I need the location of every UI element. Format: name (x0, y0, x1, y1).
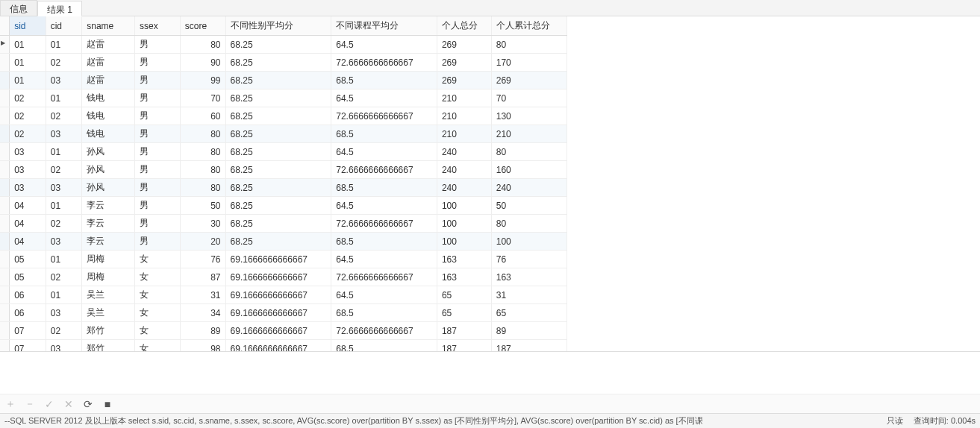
cell-a4[interactable]: 76 (491, 251, 567, 268)
cell-a4[interactable]: 160 (491, 161, 567, 179)
cell-a4[interactable]: 89 (491, 322, 567, 340)
cell-cid[interactable]: 01 (46, 89, 82, 107)
cell-sid[interactable]: 03 (10, 179, 46, 197)
cell-sid[interactable]: 05 (10, 268, 46, 286)
cell-a3[interactable]: 210 (437, 89, 491, 107)
table-row[interactable]: 0601吴兰女3169.166666666666764.56531 (0, 286, 567, 304)
cell-a4[interactable]: 31 (491, 286, 567, 304)
cell-a1[interactable]: 68.25 (225, 233, 331, 251)
cell-score[interactable]: 80 (180, 143, 225, 161)
cell-sname[interactable]: 钱电 (82, 89, 135, 107)
cell-sid[interactable]: 02 (10, 89, 46, 107)
cell-sname[interactable]: 吴兰 (82, 286, 135, 304)
cell-score[interactable]: 31 (180, 286, 225, 304)
cell-ssex[interactable]: 女 (135, 286, 181, 304)
cell-a2[interactable]: 68.5 (331, 233, 437, 251)
cell-sid[interactable]: 06 (10, 304, 46, 322)
cell-a1[interactable]: 68.25 (225, 72, 331, 89)
cell-score[interactable]: 89 (180, 322, 225, 340)
cell-a1[interactable]: 68.25 (225, 107, 331, 125)
cell-cid[interactable]: 03 (46, 125, 82, 143)
table-row[interactable]: 0203钱电男8068.2568.5210210 (0, 125, 567, 143)
cell-a1[interactable]: 69.1666666666667 (225, 304, 331, 322)
cell-a2[interactable]: 72.6666666666667 (331, 268, 437, 286)
cell-sname[interactable]: 赵雷 (82, 36, 135, 54)
cell-sname[interactable]: 赵雷 (82, 54, 135, 72)
tab-info[interactable]: 信息 (0, 0, 37, 16)
cell-cid[interactable]: 01 (46, 251, 82, 268)
table-row[interactable]: 0302孙风男8068.2572.6666666666667240160 (0, 161, 567, 179)
cell-cid[interactable]: 02 (46, 268, 82, 286)
cell-score[interactable]: 80 (180, 179, 225, 197)
cell-sid[interactable]: 01 (10, 72, 46, 89)
cell-a2[interactable]: 68.5 (331, 304, 437, 322)
table-row[interactable]: 0501周梅女7669.166666666666764.516376 (0, 251, 567, 268)
cell-ssex[interactable]: 男 (135, 215, 181, 233)
cell-a1[interactable]: 68.25 (225, 54, 331, 72)
cell-score[interactable]: 87 (180, 268, 225, 286)
cell-score[interactable]: 80 (180, 125, 225, 143)
cell-a3[interactable]: 100 (437, 197, 491, 215)
table-row[interactable]: 0303孙风男8068.2568.5240240 (0, 179, 567, 197)
cell-a2[interactable]: 72.6666666666667 (331, 161, 437, 179)
cell-sname[interactable]: 孙风 (82, 179, 135, 197)
table-row[interactable]: 0301孙风男8068.2564.524080 (0, 143, 567, 161)
add-row-icon[interactable]: ＋ (4, 397, 16, 411)
cell-sname[interactable]: 李云 (82, 215, 135, 233)
cell-ssex[interactable]: 男 (135, 54, 181, 72)
cell-a3[interactable]: 163 (437, 251, 491, 268)
cell-sname[interactable]: 钱电 (82, 125, 135, 143)
cell-ssex[interactable]: 女 (135, 340, 181, 353)
commit-icon[interactable]: ✓ (43, 398, 55, 410)
cell-ssex[interactable]: 男 (135, 233, 181, 251)
cell-sname[interactable]: 赵雷 (82, 72, 135, 89)
cell-a3[interactable]: 187 (437, 322, 491, 340)
cell-sid[interactable]: 03 (10, 143, 46, 161)
cell-a1[interactable]: 69.1666666666667 (225, 251, 331, 268)
cell-ssex[interactable]: 男 (135, 107, 181, 125)
cell-ssex[interactable]: 男 (135, 125, 181, 143)
cell-ssex[interactable]: 女 (135, 251, 181, 268)
col-header-cid[interactable]: cid (46, 16, 82, 36)
row-gutter[interactable] (0, 286, 10, 304)
row-gutter[interactable] (0, 89, 10, 107)
cell-a1[interactable]: 68.25 (225, 161, 331, 179)
cell-score[interactable]: 20 (180, 233, 225, 251)
table-row[interactable]: 0603吴兰女3469.166666666666768.56565 (0, 304, 567, 322)
cell-a3[interactable]: 269 (437, 54, 491, 72)
col-header-avg-course[interactable]: 不同课程平均分 (331, 16, 437, 36)
row-gutter[interactable] (0, 233, 10, 251)
cell-a4[interactable]: 80 (491, 36, 567, 54)
cell-sid[interactable]: 07 (10, 322, 46, 340)
cell-a1[interactable]: 69.1666666666667 (225, 322, 331, 340)
cell-a4[interactable]: 100 (491, 233, 567, 251)
table-row[interactable]: 0101赵雷男8068.2564.526980 (0, 36, 567, 54)
cell-a4[interactable]: 187 (491, 340, 567, 353)
cell-a4[interactable]: 170 (491, 54, 567, 72)
cell-cid[interactable]: 01 (46, 197, 82, 215)
cell-a2[interactable]: 72.6666666666667 (331, 322, 437, 340)
table-row[interactable]: 0202钱电男6068.2572.6666666666667210130 (0, 107, 567, 125)
cell-a1[interactable]: 68.25 (225, 179, 331, 197)
cell-a1[interactable]: 69.1666666666667 (225, 340, 331, 353)
cell-a1[interactable]: 69.1666666666667 (225, 268, 331, 286)
table-row[interactable]: 0201钱电男7068.2564.521070 (0, 89, 567, 107)
row-gutter[interactable] (0, 36, 10, 54)
cell-score[interactable]: 80 (180, 36, 225, 54)
cell-a4[interactable]: 163 (491, 268, 567, 286)
cell-ssex[interactable]: 女 (135, 322, 181, 340)
row-gutter[interactable] (0, 54, 10, 72)
col-header-avg-sex[interactable]: 不同性别平均分 (225, 16, 331, 36)
cell-cid[interactable]: 02 (46, 322, 82, 340)
table-row[interactable]: 0702郑竹女8969.166666666666772.666666666666… (0, 322, 567, 340)
cell-a2[interactable]: 72.6666666666667 (331, 54, 437, 72)
cell-cid[interactable]: 02 (46, 107, 82, 125)
cell-a2[interactable]: 68.5 (331, 125, 437, 143)
cell-sname[interactable]: 郑竹 (82, 322, 135, 340)
cell-a3[interactable]: 240 (437, 161, 491, 179)
cell-cid[interactable]: 02 (46, 54, 82, 72)
cell-a3[interactable]: 100 (437, 215, 491, 233)
row-gutter[interactable] (0, 251, 10, 268)
cell-a3[interactable]: 163 (437, 268, 491, 286)
cell-ssex[interactable]: 男 (135, 161, 181, 179)
